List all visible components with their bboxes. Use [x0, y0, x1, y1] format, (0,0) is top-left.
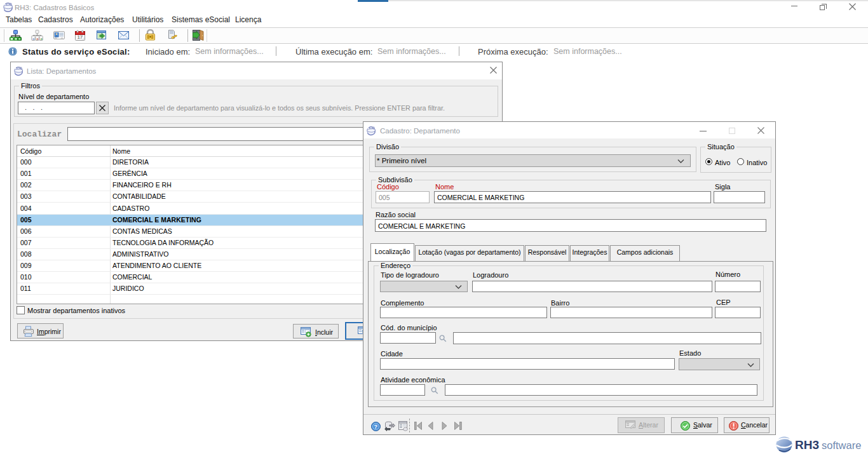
svg-text:software: software — [822, 439, 861, 451]
svg-text:RH3: RH3 — [795, 438, 819, 452]
svg-text:?: ? — [374, 424, 378, 430]
svg-text:17: 17 — [77, 34, 83, 40]
